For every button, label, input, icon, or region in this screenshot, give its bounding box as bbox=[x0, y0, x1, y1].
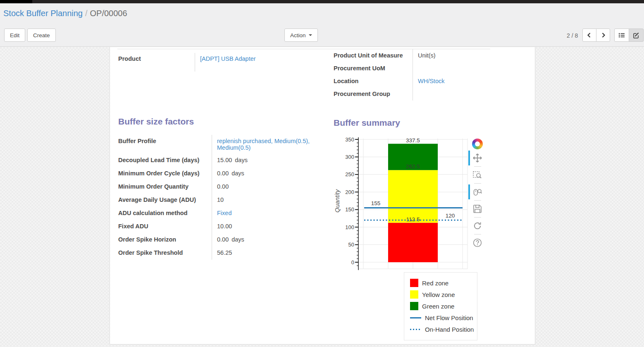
moc-suffix: days bbox=[231, 170, 244, 177]
breadcrumb-parent-link[interactable]: Stock Buffer Planning bbox=[3, 9, 83, 18]
content-area: Product [ADPT] USB Adapter Product Unit … bbox=[0, 47, 644, 347]
dlt-label: Decoupled Lead Time (days) bbox=[118, 154, 212, 167]
edit-icon bbox=[633, 32, 640, 39]
line-value-label: 155 bbox=[371, 200, 381, 206]
spike-horizon-number: 0.00 bbox=[217, 236, 229, 243]
bokeh-logo bbox=[472, 139, 483, 149]
toolbar-separator bbox=[474, 200, 481, 201]
chevron-left-icon bbox=[586, 32, 593, 38]
y-tick-label: 300 bbox=[345, 154, 354, 160]
product-link[interactable]: [ADPT] USB Adapter bbox=[200, 55, 256, 62]
pager-buttons bbox=[582, 29, 610, 42]
toolbar-separator bbox=[474, 234, 481, 235]
legend-label: On-Hand Position bbox=[425, 326, 474, 333]
chevron-right-icon bbox=[600, 32, 606, 38]
reset-tool-icon[interactable] bbox=[472, 220, 483, 231]
spike-horizon-suffix: days bbox=[231, 236, 244, 243]
y-tick-label: 50 bbox=[348, 242, 354, 248]
legend-item-on-hand-position: On-Hand Position bbox=[410, 323, 475, 335]
legend-item-yellow-zone: Yellow zone bbox=[410, 289, 475, 300]
save-tool-icon[interactable] bbox=[472, 203, 483, 214]
form-view-button[interactable] bbox=[629, 29, 644, 42]
location-value: WH/Stock bbox=[413, 75, 499, 88]
y-tick-label: 0 bbox=[351, 259, 354, 266]
zone-top-value: 262.5 bbox=[406, 163, 420, 170]
measure-field-group: Product Unit of Measure Unit(s) Procurem… bbox=[334, 49, 499, 101]
breadcrumb-separator: / bbox=[85, 9, 88, 18]
stock-buffer-planning-page: Stock Buffer Planning/OP/00006 Edit Crea… bbox=[0, 0, 644, 347]
line-value-label: 120 bbox=[446, 213, 455, 219]
zone-top-value: 337.5 bbox=[406, 137, 420, 144]
list-view-button[interactable] bbox=[614, 29, 629, 42]
y-tick-label: 100 bbox=[345, 224, 354, 230]
moc-value: 0.00days bbox=[212, 167, 317, 180]
pager-counter: 2 / 8 bbox=[567, 32, 578, 39]
product-uom-label: Product Unit of Measure bbox=[334, 49, 413, 62]
create-button[interactable]: Create bbox=[27, 29, 56, 42]
adu-method-link[interactable]: Fixed bbox=[217, 210, 231, 216]
top-bar-left-segment bbox=[0, 0, 32, 3]
y-tick-label: 200 bbox=[345, 189, 354, 195]
action-dropdown-button[interactable]: Action bbox=[284, 29, 318, 42]
dlt-value: 15.00days bbox=[212, 154, 317, 167]
wheel-zoom-tool-icon[interactable] bbox=[472, 187, 483, 197]
adu-label: Average Daily Usage (ADU) bbox=[118, 194, 212, 207]
legend-item-green-zone: Green zone bbox=[410, 300, 475, 312]
caret-down-icon bbox=[309, 34, 312, 36]
yellow-zone-bar bbox=[388, 170, 438, 223]
adu-method-value: Fixed bbox=[212, 207, 317, 220]
y-tick-label: 150 bbox=[345, 206, 354, 213]
dlt-number: 15.00 bbox=[217, 157, 232, 163]
buffer-chart-svg[interactable]: 112.5262.5337.51551200501001502002503003… bbox=[331, 136, 483, 273]
moq-label: Minimum Order Quantity bbox=[118, 180, 212, 194]
adu-method-label: ADU calculation method bbox=[118, 207, 212, 220]
top-bar bbox=[0, 0, 644, 3]
buffer-profile-label: Buffer Profile bbox=[118, 135, 212, 154]
buffer-profile-link[interactable]: replenish purchased, Medium(0.5), Medium… bbox=[217, 138, 310, 151]
toolbar-separator bbox=[474, 166, 481, 167]
pager-next-button[interactable] bbox=[596, 29, 610, 42]
moq-value: 0.00 bbox=[212, 180, 317, 194]
pan-tool-icon[interactable] bbox=[472, 153, 483, 163]
spike-horizon-value: 0.00days bbox=[212, 233, 317, 246]
moc-number: 0.00 bbox=[217, 170, 229, 177]
on-hand-position-swatch bbox=[410, 329, 421, 330]
product-value: [ADPT] USB Adapter bbox=[195, 53, 325, 72]
box-zoom-tool-icon[interactable] bbox=[472, 170, 483, 180]
moc-label: Minimum Order Cycle (days) bbox=[118, 167, 212, 180]
legend-item-net-flow-position: Net Flow Position bbox=[410, 312, 475, 323]
procurement-group-label: Procurement Group bbox=[334, 88, 413, 101]
green-zone-swatch bbox=[410, 302, 418, 310]
buffer-size-factors-title: Buffer size factors bbox=[118, 117, 194, 127]
adu-value: 10 bbox=[212, 194, 317, 207]
net-flow-position-swatch bbox=[410, 317, 421, 318]
y-tick-label: 350 bbox=[345, 136, 354, 143]
toolbar-separator bbox=[474, 183, 481, 184]
location-label: Location bbox=[334, 75, 413, 88]
buffer-size-factors-table: Buffer Profile replenish purchased, Medi… bbox=[118, 135, 317, 260]
legend-label: Red zone bbox=[422, 280, 448, 287]
help-tool-icon[interactable] bbox=[472, 237, 483, 248]
buffer-summary-title: Buffer summary bbox=[334, 118, 400, 128]
procurement-uom-label: Procurement UoM bbox=[334, 62, 413, 75]
bokeh-toolbar bbox=[470, 137, 484, 250]
chart-legend: Red zoneYellow zoneGreen zoneNet Flow Po… bbox=[404, 272, 477, 340]
product-field-group: Product [ADPT] USB Adapter bbox=[118, 53, 325, 72]
legend-label: Yellow zone bbox=[422, 291, 455, 298]
toolbar-separator bbox=[474, 217, 481, 218]
dlt-suffix: days bbox=[235, 157, 248, 163]
spike-threshold-label: Order Spike Threshold bbox=[118, 246, 212, 260]
y-axis-label: Quantity bbox=[334, 189, 341, 213]
product-uom-value: Unit(s) bbox=[413, 49, 499, 62]
buffer-profile-value: replenish purchased, Medium(0.5), Medium… bbox=[212, 135, 317, 154]
edit-button[interactable]: Edit bbox=[4, 29, 25, 42]
view-switcher bbox=[614, 29, 644, 42]
buffer-summary-chart[interactable]: 112.5262.5337.51551200501001502002503003… bbox=[331, 136, 483, 273]
bokeh-logo-icon[interactable] bbox=[472, 139, 483, 149]
action-label: Action bbox=[290, 32, 306, 38]
procurement-group-value bbox=[413, 88, 499, 101]
location-link[interactable]: WH/Stock bbox=[418, 78, 444, 84]
legend-item-red-zone: Red zone bbox=[410, 277, 475, 289]
zone-top-value: 112.5 bbox=[406, 216, 420, 223]
pager-previous-button[interactable] bbox=[582, 29, 596, 42]
